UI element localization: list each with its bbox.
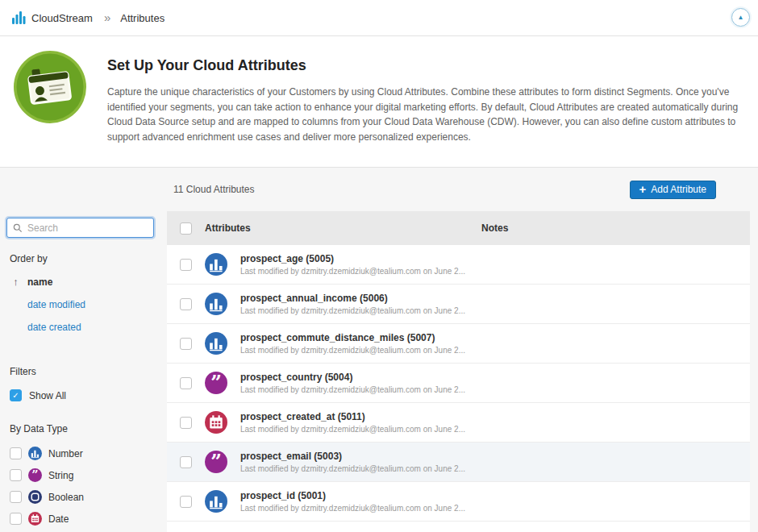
row-checkbox[interactable]: [180, 259, 192, 271]
search-icon: [13, 223, 23, 233]
filters-label: Filters: [10, 366, 154, 377]
last-modified-text: Last modified by dzmitry.dzemidziuk@teal…: [240, 504, 465, 513]
type-label: String: [48, 470, 73, 481]
string-type-icon: ”: [205, 451, 227, 473]
brand[interactable]: CloudStream: [11, 10, 93, 25]
number-type-icon: [28, 447, 42, 460]
select-all-checkbox[interactable]: [180, 222, 192, 235]
show-all-checkbox[interactable]: ✓: [10, 389, 22, 401]
data-type-filter[interactable]: Boolean: [10, 486, 154, 508]
table-row[interactable]: prospect_created_at (5011) Last modified…: [167, 403, 750, 443]
table-row[interactable]: prospect_commute_distance_miles (5007) L…: [167, 324, 750, 364]
data-type-checkbox[interactable]: [10, 513, 22, 525]
sort-date-modified[interactable]: date modified: [11, 299, 154, 310]
attribute-name: prospect_country (5004): [240, 372, 465, 383]
add-attribute-button[interactable]: + Add Attribute: [630, 181, 716, 199]
last-modified-text: Last modified by dzmitry.dzemidziuk@teal…: [240, 425, 465, 434]
type-label: Date: [48, 513, 69, 525]
table-row[interactable]: prospect_annual_income (5006) Last modif…: [167, 285, 750, 324]
app-root: CloudStream » Attributes ▲: [0, 0, 758, 532]
data-type-checkbox[interactable]: [10, 469, 22, 481]
row-checkbox[interactable]: [180, 377, 192, 389]
data-type-checkbox[interactable]: [10, 447, 22, 459]
attribute-name: prospect_annual_income (5006): [240, 293, 465, 304]
data-type-checkbox[interactable]: [10, 491, 22, 503]
attributes-table: Attributes Notes prospect_age (5005) Las…: [167, 211, 750, 532]
cloud-attributes-illustration: [13, 50, 87, 124]
order-by-label: Order by: [10, 253, 154, 264]
breadcrumb: Attributes: [120, 12, 165, 24]
top-bar: CloudStream » Attributes ▲: [0, 0, 758, 36]
attribute-name: prospect_created_at (5011): [240, 411, 465, 422]
type-label: Number: [48, 448, 83, 459]
sort-date-created-label: date created: [27, 322, 81, 333]
cloudstream-logo-icon: [11, 10, 26, 25]
last-modified-text: Last modified by dzmitry.dzemidziuk@teal…: [240, 385, 465, 394]
row-checkbox[interactable]: [180, 417, 192, 429]
string-type-icon: ”: [205, 372, 227, 394]
table-row[interactable]: prospect_id (5001) Last modified by dzmi…: [167, 482, 750, 522]
row-checkbox[interactable]: [180, 496, 192, 508]
last-modified-text: Last modified by dzmitry.dzemidziuk@teal…: [240, 464, 465, 473]
data-type-filter[interactable]: ” String: [10, 464, 154, 486]
number-type-icon: [205, 293, 227, 315]
row-checkbox[interactable]: [180, 298, 192, 310]
table-row[interactable]: prospect_age (5005) Last modified by dzm…: [167, 245, 750, 285]
sort-ascending-icon: ↑: [11, 276, 20, 288]
data-type-filter[interactable]: Date: [10, 508, 154, 530]
data-type-list: Number ” String Boolean Date: [6, 443, 154, 530]
svg-text:”: ”: [210, 451, 222, 473]
notes-column-header: Notes: [481, 222, 750, 234]
search-box: [6, 218, 154, 238]
string-type-icon: ”: [28, 468, 42, 482]
sort-date-created[interactable]: date created: [11, 322, 154, 333]
last-modified-text: Last modified by dzmitry.dzemidziuk@teal…: [240, 306, 465, 315]
number-type-icon: [205, 332, 227, 355]
page-description: Capture the unique characteristics of yo…: [107, 85, 741, 144]
svg-text:”: ”: [210, 372, 222, 394]
attributes-column-header: Attributes: [205, 222, 481, 234]
lower-section: 11 Cloud Attributes + Add Attribute Orde…: [0, 168, 758, 532]
date-type-icon: [28, 512, 42, 526]
row-checkbox[interactable]: [180, 338, 192, 350]
brand-name: CloudStream: [31, 12, 93, 24]
plus-icon: +: [639, 183, 647, 195]
table-row[interactable]: ” prospect_country (5004) Last modified …: [167, 364, 750, 403]
show-all-filter[interactable]: ✓ Show All: [10, 389, 154, 401]
attribute-rows: prospect_age (5005) Last modified by dzm…: [167, 245, 750, 522]
breadcrumb-separator-icon: »: [104, 10, 110, 24]
row-checkbox[interactable]: [180, 456, 192, 468]
attribute-name: prospect_email (5003): [240, 451, 465, 462]
collapse-panel-button[interactable]: ▲: [731, 8, 750, 27]
attribute-name: prospect_age (5005): [240, 253, 465, 264]
search-input[interactable]: [27, 222, 148, 234]
attribute-name: prospect_id (5001): [240, 490, 465, 501]
data-type-filter[interactable]: Number: [10, 443, 154, 464]
last-modified-text: Last modified by dzmitry.dzemidziuk@teal…: [240, 346, 465, 355]
sort-date-modified-label: date modified: [27, 299, 85, 310]
show-all-label: Show All: [29, 390, 66, 401]
table-header: Attributes Notes: [167, 211, 750, 245]
number-type-icon: [205, 490, 227, 513]
sort-name[interactable]: ↑ name: [11, 276, 154, 288]
attribute-count: 11 Cloud Attributes: [173, 184, 255, 195]
filter-sidebar: Order by ↑ name date modified date creat…: [0, 211, 167, 532]
last-modified-text: Last modified by dzmitry.dzemidziuk@teal…: [240, 267, 465, 276]
hero-section: Set Up Your Cloud Attributes Capture the…: [0, 36, 758, 168]
by-data-type-label: By Data Type: [10, 423, 154, 434]
add-attribute-label: Add Attribute: [651, 184, 706, 195]
number-type-icon: [205, 253, 227, 276]
toolbar: 11 Cloud Attributes + Add Attribute: [0, 168, 758, 211]
sort-name-label: name: [27, 276, 52, 288]
date-type-icon: [205, 411, 227, 434]
attribute-name: prospect_commute_distance_miles (5007): [240, 332, 465, 343]
boolean-type-icon: [28, 490, 42, 504]
page-title: Set Up Your Cloud Attributes: [107, 57, 741, 74]
svg-text:”: ”: [31, 468, 38, 481]
table-row[interactable]: ” prospect_email (5003) Last modified by…: [167, 443, 750, 482]
type-label: Boolean: [48, 492, 84, 503]
